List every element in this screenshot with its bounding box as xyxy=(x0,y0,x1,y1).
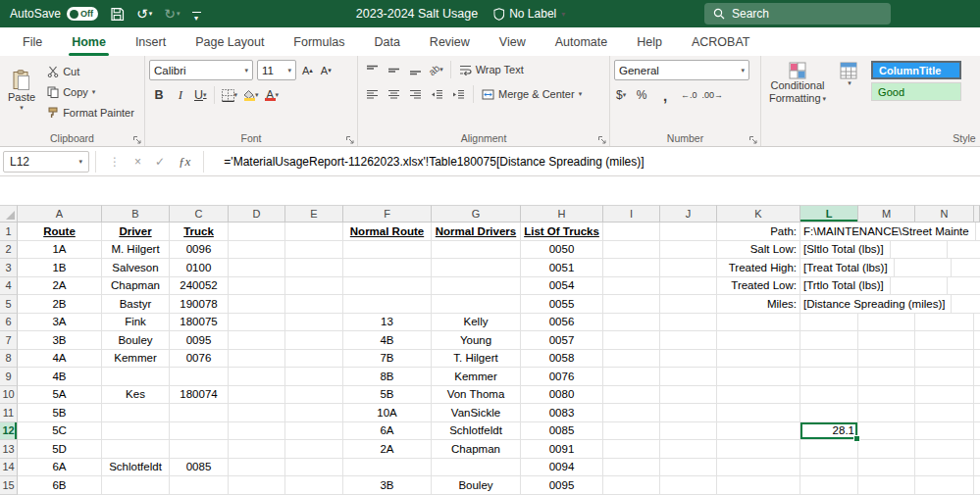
cell-G2[interactable] xyxy=(432,241,521,260)
cell-N14[interactable] xyxy=(915,459,974,477)
cell-M3[interactable] xyxy=(895,259,952,277)
cell-G7[interactable]: Young xyxy=(432,331,521,350)
cell-M2[interactable] xyxy=(891,241,948,260)
cell-L6[interactable] xyxy=(800,314,858,332)
cell-L5[interactable]: [Distance Spreading (miles)] xyxy=(800,295,952,314)
style-columntitle[interactable]: ColumnTitle xyxy=(871,61,961,79)
row-header-2[interactable]: 2 xyxy=(0,241,18,260)
cell-G4[interactable] xyxy=(432,277,521,296)
row-header-4[interactable]: 4 xyxy=(0,277,18,296)
tab-file[interactable]: File xyxy=(8,27,57,56)
cell-B3[interactable]: Salveson xyxy=(102,259,170,277)
cell-H1[interactable]: List Of Trucks xyxy=(521,223,603,241)
cell-B6[interactable]: Fink xyxy=(102,314,170,332)
column-header-F[interactable]: F xyxy=(343,205,432,223)
column-header-K[interactable]: K xyxy=(717,205,800,223)
cell-G8[interactable]: T. Hilgert xyxy=(432,350,521,369)
cell-L1[interactable]: F:\MAINTENANCE\Street Mainte xyxy=(800,223,976,241)
cell-J5[interactable] xyxy=(660,295,717,314)
cell-C3[interactable]: 0100 xyxy=(170,259,229,277)
cell-H2[interactable]: 0050 xyxy=(521,241,603,260)
cell-M6[interactable] xyxy=(858,314,915,332)
cell-A14[interactable]: 6A xyxy=(18,459,102,477)
cell-F4[interactable] xyxy=(343,277,432,296)
cell-E15[interactable] xyxy=(285,476,343,495)
column-header-H[interactable]: H xyxy=(521,205,603,223)
cell-A8[interactable]: 4A xyxy=(18,350,102,369)
cell-M12[interactable] xyxy=(858,422,915,441)
cell-C5[interactable]: 190078 xyxy=(170,295,229,314)
font-dialog-launcher[interactable] xyxy=(346,136,354,144)
format-as-table-button[interactable]: ▾ xyxy=(836,60,861,89)
cell-N11[interactable] xyxy=(915,404,974,422)
cell-K13[interactable] xyxy=(717,440,800,459)
tab-formulas[interactable]: Formulas xyxy=(279,27,359,56)
row-header-7[interactable]: 7 xyxy=(0,331,18,350)
cell-K7[interactable] xyxy=(717,331,800,350)
cell-M1[interactable] xyxy=(976,223,980,241)
document-title[interactable]: 2023-2024 Salt Usage xyxy=(356,7,478,21)
cell-D5[interactable] xyxy=(229,295,285,314)
number-dialog-launcher[interactable] xyxy=(749,136,757,144)
customize-quick-access-button[interactable]: ▾ xyxy=(192,8,201,21)
redo-button[interactable]: ↻▾ xyxy=(164,6,180,22)
cell-J11[interactable] xyxy=(660,404,717,422)
clipboard-dialog-launcher[interactable] xyxy=(133,136,141,144)
cell-N7[interactable] xyxy=(915,331,974,350)
cell-C12[interactable] xyxy=(170,422,229,441)
cell-A13[interactable]: 5D xyxy=(18,440,102,459)
cell-M7[interactable] xyxy=(858,331,915,350)
cell-H7[interactable]: 0057 xyxy=(521,331,603,350)
cell-D13[interactable] xyxy=(229,440,285,459)
tab-acrobat[interactable]: ACROBAT xyxy=(677,27,765,56)
cell-L8[interactable] xyxy=(800,350,858,369)
cell-F10[interactable]: 5B xyxy=(343,386,432,405)
cell-B14[interactable]: Schlotfeldt xyxy=(102,459,170,477)
column-header-D[interactable]: D xyxy=(229,205,285,223)
increase-decimal-button[interactable]: ←.0 xyxy=(679,85,698,105)
cell-G12[interactable]: Schlotfeldt xyxy=(432,422,521,441)
font-size-combo[interactable]: 11 ▾ xyxy=(257,60,296,80)
cell-F7[interactable]: 4B xyxy=(343,331,432,350)
tab-automate[interactable]: Automate xyxy=(541,27,623,56)
cell-F5[interactable] xyxy=(343,295,432,314)
cell-L2[interactable]: [Sltlo Total (lbs)] xyxy=(800,241,891,260)
cell-K12[interactable] xyxy=(717,422,800,441)
row-header-10[interactable]: 10 xyxy=(0,386,18,405)
cell-I12[interactable] xyxy=(603,422,660,441)
cell-I6[interactable] xyxy=(603,314,660,332)
cancel-button[interactable]: × xyxy=(128,155,148,169)
cell-A6[interactable]: 3A xyxy=(18,314,102,332)
cell-A3[interactable]: 1B xyxy=(18,259,102,277)
cell-E13[interactable] xyxy=(285,440,343,459)
cell-N9[interactable] xyxy=(915,368,974,386)
cell-I7[interactable] xyxy=(603,331,660,350)
cell-I9[interactable] xyxy=(603,368,660,386)
cell-K14[interactable] xyxy=(717,459,800,477)
cell-E11[interactable] xyxy=(285,404,343,422)
cell-A11[interactable]: 5B xyxy=(18,404,102,422)
underline-button[interactable]: U▾ xyxy=(192,85,209,105)
cell-C13[interactable] xyxy=(170,440,229,459)
cell-J8[interactable] xyxy=(660,350,717,369)
cell-N13[interactable] xyxy=(915,440,974,459)
decrease-indent-button[interactable] xyxy=(427,84,446,104)
decrease-font-size-button[interactable]: A▾ xyxy=(319,61,334,80)
cell-G5[interactable] xyxy=(432,295,521,314)
insert-function-button[interactable]: ƒx xyxy=(172,154,197,170)
name-box[interactable]: L12 ▾ xyxy=(3,151,89,173)
cell-J2[interactable] xyxy=(660,241,717,260)
cut-button[interactable]: Cut xyxy=(44,62,137,81)
column-header-I[interactable]: I xyxy=(603,205,660,223)
cell-F14[interactable] xyxy=(343,459,432,477)
tab-help[interactable]: Help xyxy=(622,27,677,56)
row-header-8[interactable]: 8 xyxy=(0,350,18,369)
cell-J4[interactable] xyxy=(660,277,717,296)
cell-C10[interactable]: 180074 xyxy=(170,386,229,405)
copy-button[interactable]: Copy ▾ xyxy=(44,82,137,102)
select-all-button[interactable] xyxy=(0,205,18,223)
cell-F8[interactable]: 7B xyxy=(343,350,432,369)
cell-H12[interactable]: 0085 xyxy=(521,422,603,441)
cell-D12[interactable] xyxy=(229,422,285,441)
bottom-align-button[interactable] xyxy=(405,60,425,79)
